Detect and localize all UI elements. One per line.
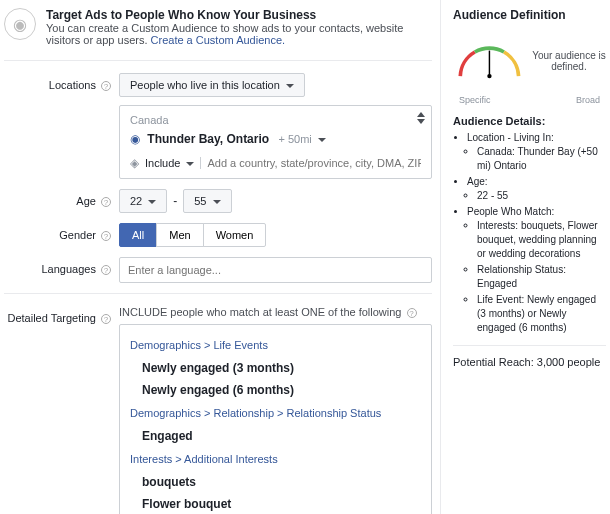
audience-details-list: Location - Living In: Canada: Thunder Ba… [453, 131, 606, 335]
audience-gauge [453, 34, 526, 89]
help-icon[interactable]: ? [101, 81, 111, 91]
audience-details-title: Audience Details: [453, 115, 606, 127]
targeting-item[interactable]: bouquets [130, 471, 421, 493]
targeting-item[interactable]: Newly engaged (6 months) [130, 379, 421, 401]
targeting-item[interactable]: Newly engaged (3 months) [130, 357, 421, 379]
potential-reach: Potential Reach: 3,000 people [453, 356, 606, 368]
help-icon[interactable]: ? [101, 197, 111, 207]
location-city[interactable]: Thunder Bay, Ontario [147, 132, 269, 146]
gender-women-button[interactable]: Women [203, 223, 267, 247]
location-type-dropdown[interactable]: People who live in this location [119, 73, 305, 97]
targeting-box: Demographics > Life Events Newly engaged… [119, 324, 432, 514]
age-max-dropdown[interactable]: 55 [183, 189, 231, 213]
locations-box: Canada ◉ Thunder Bay, Ontario + 50mi ◈ I… [119, 105, 432, 179]
help-icon[interactable]: ? [101, 265, 111, 275]
age-min-dropdown[interactable]: 22 [119, 189, 167, 213]
include-dropdown[interactable]: Include [145, 157, 201, 169]
languages-input[interactable] [119, 257, 432, 283]
pin-outline-icon: ◈ [130, 156, 139, 170]
targeting-category[interactable]: Demographics > Relationship > Relationsh… [130, 407, 421, 419]
create-custom-audience-link[interactable]: Create a Custom Audience. [151, 34, 286, 46]
header-title: Target Ads to People Who Know Your Busin… [46, 8, 316, 22]
location-country: Canada [130, 114, 421, 126]
svg-point-1 [487, 74, 491, 78]
targeting-category[interactable]: Demographics > Life Events [130, 339, 421, 351]
targeting-item[interactable]: Engaged [130, 425, 421, 447]
scroll-down-icon[interactable] [417, 119, 425, 124]
gender-segmented: All Men Women [119, 223, 432, 247]
chevron-down-icon [286, 84, 294, 88]
targeting-scroll[interactable]: Demographics > Life Events Newly engaged… [120, 325, 431, 514]
gender-all-button[interactable]: All [119, 223, 157, 247]
location-radius[interactable]: + 50mi [278, 133, 325, 145]
audience-definition-title: Audience Definition [453, 8, 606, 22]
header-text: Target Ads to People Who Know Your Busin… [46, 8, 432, 46]
audience-icon: ◉ [4, 8, 36, 40]
location-input[interactable] [207, 157, 421, 169]
pin-icon: ◉ [130, 132, 140, 146]
gender-men-button[interactable]: Men [156, 223, 203, 247]
help-icon[interactable]: ? [101, 314, 111, 324]
scroll-up-icon[interactable] [417, 112, 425, 117]
audience-status: Your audience is defined. [532, 50, 606, 72]
targeting-item[interactable]: Flower bouquet [130, 493, 421, 514]
help-icon[interactable]: ? [407, 308, 417, 318]
help-icon[interactable]: ? [101, 231, 111, 241]
targeting-category[interactable]: Interests > Additional Interests [130, 453, 421, 465]
